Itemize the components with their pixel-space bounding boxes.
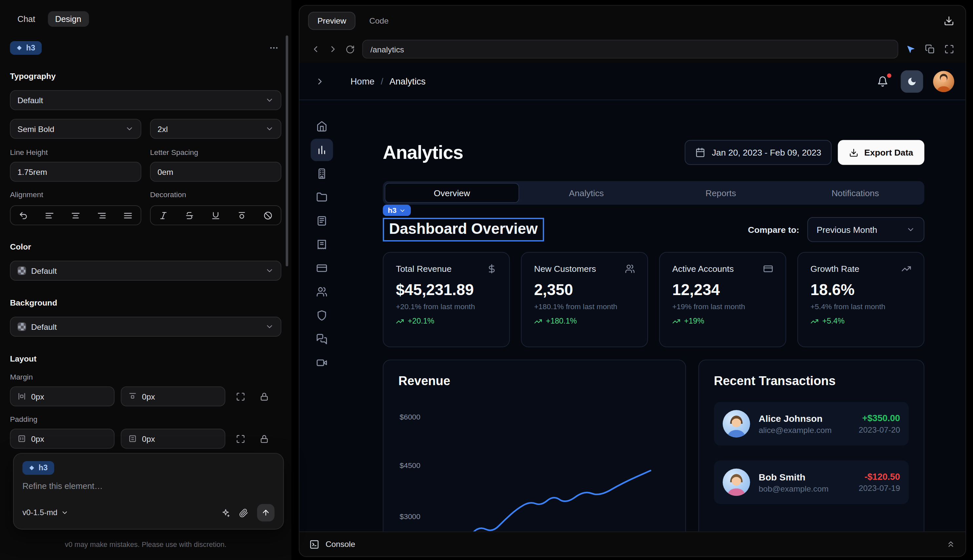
panel-scrollbar[interactable] [286, 35, 288, 266]
inspect-button[interactable] [906, 44, 916, 54]
sidebar-analytics-icon[interactable] [310, 139, 333, 161]
underline-button[interactable] [203, 210, 229, 220]
url-input[interactable]: /analytics [362, 40, 898, 58]
tab-design[interactable]: Design [47, 11, 88, 27]
margin-expand-button[interactable] [232, 388, 249, 405]
margin-vertical-input[interactable]: 0px [121, 387, 225, 407]
font-family-select[interactable]: Default [10, 90, 281, 110]
no-decoration-button[interactable] [255, 210, 280, 220]
transaction-avatar [723, 410, 750, 438]
chevrons-up-icon [946, 539, 956, 549]
forward-button[interactable] [328, 44, 338, 54]
sidebar-toggle-button[interactable] [310, 76, 329, 86]
sidebar-shield-icon[interactable] [310, 304, 333, 327]
download-button[interactable] [941, 13, 957, 28]
sidebar-credit-card-icon[interactable] [310, 257, 333, 279]
padding-lock-button[interactable] [255, 430, 272, 447]
theme-toggle-button[interactable] [901, 70, 923, 92]
selected-element-label: h3 [26, 43, 35, 52]
letter-spacing-input[interactable]: 0em [150, 162, 281, 182]
back-button[interactable] [310, 44, 320, 54]
sidebar-notebook-icon[interactable] [310, 210, 333, 232]
transaction-row[interactable]: Bob Smith bob@example.com -$120.50 2023-… [714, 460, 909, 504]
element-selection-chip[interactable]: h3 [383, 205, 411, 216]
sidebar-video-icon[interactable] [310, 352, 333, 374]
send-button[interactable] [257, 504, 275, 522]
chevron-down-icon [125, 125, 134, 133]
sidebar-folder-icon[interactable] [310, 186, 333, 208]
alignment-group [10, 205, 141, 225]
font-weight-select[interactable]: Semi Bold [10, 119, 141, 139]
chat-selected-element-badge[interactable]: h3 [22, 461, 54, 475]
tab-preview[interactable]: Preview [308, 12, 356, 30]
strikethrough-button[interactable] [177, 210, 202, 220]
stat-trend-value: +20.1% [408, 317, 434, 325]
breadcrumb-home[interactable]: Home [350, 76, 375, 86]
calendar-icon [695, 147, 705, 157]
line-height-input[interactable]: 1.75rem [10, 162, 141, 182]
font-size-select[interactable]: 2xl [150, 119, 281, 139]
none-icon [263, 210, 272, 220]
selected-element-badge[interactable]: h3 [10, 41, 41, 55]
padding-horizontal-input[interactable]: 0px [10, 429, 114, 449]
stat-value: $45,231.89 [396, 281, 497, 299]
screenshot-root: Chat Design h3 Typography Default Semi B… [0, 0, 973, 560]
console-collapse-button[interactable] [946, 539, 956, 549]
revenue-chart-card: Revenue $6000 $4500 $3000 [383, 360, 686, 531]
enhance-prompt-button[interactable] [221, 508, 230, 517]
align-justify-button[interactable] [115, 210, 140, 220]
transaction-avatar [723, 468, 750, 496]
padding-expand-button[interactable] [232, 430, 249, 447]
color-swatch [17, 266, 26, 275]
tab-reports[interactable]: Reports [654, 183, 788, 203]
transaction-amount: -$120.50 [859, 472, 900, 482]
sidebar-messages-icon[interactable] [310, 328, 333, 350]
user-avatar[interactable] [933, 71, 954, 92]
italic-icon [159, 210, 169, 220]
margin-lock-button[interactable] [255, 388, 272, 405]
export-data-button[interactable]: Export Data [838, 140, 924, 165]
padding-vertical-input[interactable]: 0px [121, 429, 225, 449]
transaction-email: alice@example.com [759, 425, 832, 435]
export-data-label: Export Data [864, 147, 913, 157]
console-bar[interactable]: Console [299, 532, 965, 557]
background-value: Default [31, 322, 57, 332]
align-right-button[interactable] [89, 210, 115, 220]
compare-select[interactable]: Previous Month [807, 217, 924, 242]
refresh-button[interactable] [345, 45, 355, 54]
transaction-row[interactable]: Alice Johnson alice@example.com +$350.00… [714, 402, 909, 445]
notifications-button[interactable] [875, 73, 891, 89]
fullscreen-button[interactable] [944, 44, 954, 54]
align-center-button[interactable] [63, 210, 88, 220]
color-select[interactable]: Default [10, 261, 281, 281]
background-select[interactable]: Default [10, 317, 281, 337]
model-select[interactable]: v0-1.5-md [22, 508, 68, 517]
attach-button[interactable] [239, 508, 249, 517]
tab-overview[interactable]: Overview [385, 183, 519, 203]
decoration-group [150, 205, 281, 225]
tab-chat[interactable]: Chat [10, 11, 43, 27]
new-window-button[interactable] [925, 44, 935, 54]
italic-button[interactable] [151, 210, 177, 220]
margin-horizontal-input[interactable]: 0px [10, 387, 114, 407]
trending-up-icon [811, 317, 819, 325]
stat-trend-value: +19% [684, 317, 704, 325]
preview-toolbar: Preview Code [299, 5, 965, 35]
tab-notifications[interactable]: Notifications [788, 183, 922, 203]
sidebar-building-icon[interactable] [310, 162, 333, 185]
more-options-button[interactable] [266, 41, 281, 56]
model-value: v0-1.5-md [22, 508, 57, 517]
sidebar-users-icon[interactable] [310, 281, 333, 303]
overline-button[interactable] [229, 210, 255, 220]
chat-input[interactable]: Refine this element… [22, 482, 274, 491]
tab-analytics[interactable]: Analytics [519, 183, 654, 203]
section-title-selected[interactable]: Dashboard Overview [383, 218, 544, 242]
date-range-picker[interactable]: Jan 20, 2023 - Feb 09, 2023 [684, 140, 832, 165]
sidebar-receipt-icon[interactable] [310, 233, 333, 256]
tab-code[interactable]: Code [361, 12, 397, 29]
align-left-button[interactable] [37, 210, 63, 220]
copy-icon [925, 44, 935, 54]
chevron-down-icon [265, 322, 274, 331]
reset-alignment-button[interactable] [10, 210, 37, 220]
sidebar-home-icon[interactable] [310, 115, 333, 138]
